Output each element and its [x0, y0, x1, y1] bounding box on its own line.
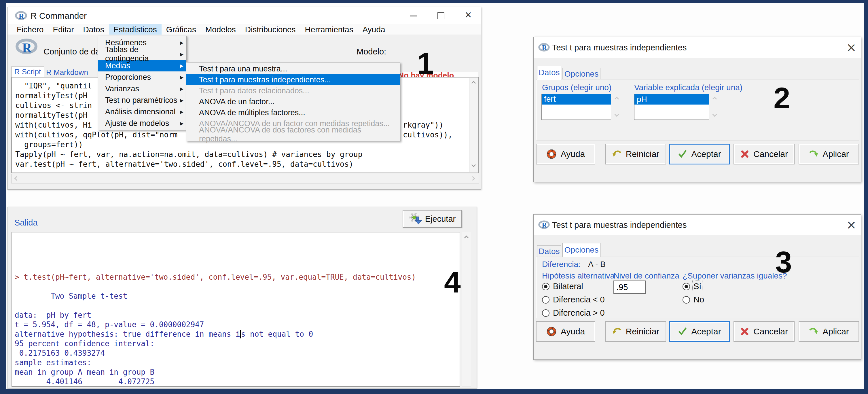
groups-item-fert[interactable]: fert — [542, 94, 611, 104]
cancel-button[interactable]: Cancelar — [734, 144, 795, 164]
run-button[interactable]: Ejecutar — [403, 210, 462, 228]
radio-icon — [542, 309, 550, 317]
close-button[interactable]: × — [843, 39, 859, 55]
menu-herramientas[interactable]: Herramientas — [300, 24, 358, 35]
r-logo-icon: R — [538, 220, 550, 230]
menu-modelos[interactable]: Modelos — [201, 24, 241, 35]
menu-item-ajuste-de-modelos[interactable]: Ajuste de modelos▶ — [98, 118, 186, 129]
submenu-item-anova-un-factor[interactable]: ANOVA de un factor... — [186, 96, 400, 107]
dialog-title: Test t para muestras independientes — [552, 43, 687, 53]
reset-button[interactable]: Reiniciar — [605, 321, 666, 342]
submenu-item-anova-multiples-factores[interactable]: ANOVA de múltiples factores... — [186, 107, 400, 118]
tab-label: Opciones — [564, 245, 598, 254]
script-vertical-scrollbar[interactable] — [469, 78, 478, 172]
ok-button[interactable]: Aceptar — [669, 144, 730, 164]
dialog-title: Test t para muestras independientes — [552, 220, 687, 230]
tab-opciones[interactable]: Opciones — [562, 68, 600, 80]
submenu-item-label: ANOVA de un factor... — [199, 97, 275, 106]
r-logo-icon: R — [15, 11, 27, 21]
radio-label: Diferencia > 0 — [553, 308, 605, 318]
submenu-arrow-icon: ▶ — [180, 63, 183, 68]
ttest-dialog-opciones: R Test t para muestras independientes × … — [533, 214, 861, 360]
scroll-up-icon[interactable] — [464, 236, 469, 240]
radio-no[interactable]: No — [683, 295, 704, 304]
apply-label: Aplicar — [823, 327, 849, 336]
help-button[interactable]: Ayuda — [536, 321, 595, 342]
tab-r-markdown-label: R Markdown — [46, 68, 88, 77]
tab-opciones[interactable]: Opciones — [562, 243, 600, 257]
tab-datos[interactable]: Datos — [537, 66, 561, 80]
menu-item-label: Ajuste de modelos — [105, 119, 169, 128]
submenu-arrow-icon: ▶ — [180, 98, 183, 103]
output-text: 4.401146 4.072725 — [15, 377, 154, 386]
difference-value: A - B — [588, 260, 606, 269]
list-scroll-up-icon[interactable] — [712, 97, 717, 101]
r-logo-icon: R — [538, 43, 550, 52]
list-scroll-down-icon[interactable] — [615, 112, 619, 117]
apply-button[interactable]: Aplicar — [799, 321, 859, 342]
scroll-left-icon[interactable] — [14, 176, 19, 181]
tab-r-markdown[interactable]: R Markdown — [46, 68, 92, 77]
run-icon — [409, 213, 422, 225]
close-icon: × — [846, 218, 856, 232]
submenu-item-ancova-dos-factores: ANOVA/ANCOVA de dos factores con medidas… — [186, 129, 400, 140]
confidence-input[interactable] — [613, 280, 646, 294]
script-line: with(cultivos, Hi — [15, 121, 92, 129]
screenshot-root: R R Commander × Fichero Editar Datos Est… — [0, 0, 868, 394]
scroll-up-icon[interactable] — [471, 81, 476, 86]
variable-item-ph[interactable]: pH — [634, 94, 709, 104]
variable-listbox[interactable]: pH — [634, 94, 709, 120]
dialog-title-bar: R Test t para muestras independientes × — [534, 215, 861, 235]
menu-distribuciones[interactable]: Distribuciones — [241, 24, 300, 35]
svg-text:R: R — [542, 44, 547, 52]
reset-button[interactable]: Reiniciar — [605, 144, 666, 164]
output-scrollbar[interactable] — [462, 232, 471, 387]
submenu-item-test-t-una-muestra[interactable]: Test t para una muestra... — [186, 63, 400, 74]
help-button[interactable]: Ayuda — [536, 144, 595, 164]
menu-item-analisis-dimensional[interactable]: Análisis dimensional▶ — [98, 106, 186, 118]
script-horizontal-scrollbar[interactable] — [11, 174, 479, 183]
scroll-right-icon[interactable] — [471, 176, 475, 181]
groups-item-label: fert — [544, 94, 556, 104]
menu-item-proporciones[interactable]: Proporciones▶ — [98, 71, 186, 83]
close-button[interactable]: × — [461, 9, 475, 21]
submenu-arrow-icon: ▶ — [180, 40, 183, 46]
minimize-button[interactable] — [406, 10, 421, 22]
radio-diferencia-menor[interactable]: Diferencia < 0 — [542, 295, 605, 304]
menu-item-tablas[interactable]: Tablas de contingencia▶ — [98, 49, 186, 60]
cancel-button[interactable]: Cancelar — [734, 321, 795, 342]
estadisticos-menu: Resúmenes▶ Tablas de contingencia▶ Media… — [98, 36, 187, 130]
menu-item-label: Tablas de contingencia — [105, 45, 180, 63]
menu-fichero[interactable]: Fichero — [12, 24, 48, 35]
menu-estadisticos[interactable]: Estadísticos — [109, 24, 161, 35]
radio-bilateral[interactable]: Bilateral — [542, 282, 583, 291]
close-button[interactable]: × — [843, 217, 859, 233]
difference-label: Diferencia: — [542, 260, 581, 269]
menu-graficas[interactable]: Gráficas — [161, 24, 201, 35]
list-scroll-up-icon[interactable] — [615, 97, 619, 101]
radio-diferencia-mayor[interactable]: Diferencia > 0 — [542, 308, 605, 318]
scroll-down-icon[interactable] — [471, 163, 476, 167]
menu-ayuda[interactable]: Ayuda — [358, 24, 390, 35]
annotation-number-2: 2 — [774, 83, 790, 113]
list-scroll-down-icon[interactable] — [712, 112, 717, 117]
maximize-button[interactable] — [434, 10, 448, 22]
script-line: normalityTest(pH — [15, 111, 92, 120]
submenu-arrow-icon: ▶ — [180, 86, 183, 92]
script-line: normalityTest(pH — [15, 91, 92, 100]
menu-datos[interactable]: Datos — [79, 24, 109, 35]
radio-label: Bilateral — [553, 282, 583, 291]
apply-button[interactable]: Aplicar — [799, 144, 859, 164]
tab-datos[interactable]: Datos — [537, 245, 561, 257]
opciones-panel: Diferencia: A - B Hipótesis alternativa … — [536, 256, 859, 318]
ok-button[interactable]: Aceptar — [669, 321, 730, 342]
submenu-item-test-t-muestras-independientes[interactable]: Test t para muestras independientes... — [186, 74, 400, 85]
radio-si[interactable]: Sí — [683, 282, 701, 291]
menu-item-test-no-parametricos[interactable]: Test no paramétricos▶ — [98, 94, 186, 106]
menu-item-varianzas[interactable]: Varianzas▶ — [98, 83, 186, 94]
menu-editar[interactable]: Editar — [48, 24, 78, 35]
svg-text:R: R — [19, 12, 24, 21]
tab-r-script[interactable]: R Script — [11, 66, 44, 77]
svg-text:R: R — [22, 40, 32, 55]
groups-listbox[interactable]: fert — [541, 94, 611, 120]
